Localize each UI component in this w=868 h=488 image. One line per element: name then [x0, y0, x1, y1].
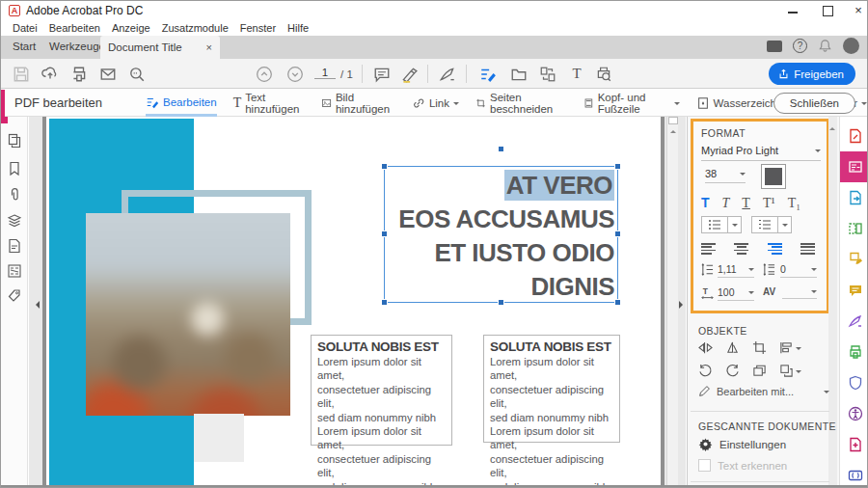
header-footer-button[interactable]: Kopf- und Fußzeile: [583, 90, 680, 117]
collapse-right-pane-icon[interactable]: [679, 301, 687, 309]
menu-fenster[interactable]: Fenster: [234, 22, 282, 34]
close-window-button[interactable]: ×: [850, 3, 867, 18]
print-icon[interactable]: [70, 66, 88, 83]
order-icon[interactable]: [7, 263, 22, 279]
resize-handle[interactable]: [614, 299, 621, 306]
fill-sign-tool-icon[interactable]: [840, 306, 868, 337]
align-center-button[interactable]: [734, 243, 748, 255]
add-text-button[interactable]: T Text hinzufügen: [233, 90, 305, 117]
recognize-text-option[interactable]: Text erkennen: [698, 459, 787, 472]
resize-handle[interactable]: [498, 299, 504, 306]
edit-pdf-icon[interactable]: [479, 66, 497, 83]
paragraph-spacing-select[interactable]: 0: [780, 263, 817, 278]
optimize-pdf-tool-icon[interactable]: [840, 429, 868, 460]
align-justify-button[interactable]: [800, 243, 815, 255]
sign-pen-icon[interactable]: [439, 66, 456, 83]
font-size-select[interactable]: 38: [705, 168, 746, 183]
edit-pdf-tool-icon[interactable]: [840, 151, 868, 182]
tab-werkzeuge[interactable]: Werkzeuge: [49, 41, 105, 52]
flip-vertical-icon[interactable]: [725, 340, 740, 355]
bold-button[interactable]: T: [701, 195, 710, 210]
search-icon[interactable]: [128, 66, 146, 83]
convert-pages-icon[interactable]: [539, 66, 556, 83]
share-file-button[interactable]: Freigeben: [769, 63, 855, 85]
add-text-tool-icon[interactable]: T: [568, 66, 585, 83]
highlighter-icon[interactable]: [400, 66, 418, 83]
export-pdf-tool-icon[interactable]: [840, 182, 868, 213]
javascript-tool-icon[interactable]: [840, 460, 868, 488]
subscript-button[interactable]: T₁: [788, 196, 800, 211]
page-number-input[interactable]: [314, 67, 336, 79]
menu-anzeige[interactable]: Anzeige: [106, 22, 156, 34]
bullet-list-button[interactable]: [701, 216, 742, 233]
italic-button[interactable]: T: [722, 196, 730, 211]
selected-text[interactable]: AT VERO: [504, 170, 614, 201]
align-right-button[interactable]: [768, 243, 782, 255]
add-image-button[interactable]: Bild hinzufügen: [321, 90, 395, 117]
scroll-up-icon[interactable]: [829, 124, 835, 130]
feedback-chat-icon[interactable]: [767, 41, 782, 52]
superscript-button[interactable]: T¹: [763, 196, 775, 211]
help-icon[interactable]: ?: [793, 39, 807, 53]
recognize-text-checkbox[interactable]: [698, 459, 711, 472]
page-thumbnails-icon[interactable]: [7, 133, 22, 149]
combine-files-tool-icon[interactable]: [840, 213, 868, 244]
comment-tool-icon[interactable]: [840, 275, 868, 306]
scroll-up-icon[interactable]: [670, 127, 676, 133]
crop-pages-button[interactable]: Seiten beschneiden: [475, 90, 567, 117]
resize-handle[interactable]: [614, 163, 621, 170]
create-pdf-tool-icon[interactable]: [840, 121, 868, 151]
resize-handle[interactable]: [381, 299, 388, 306]
layers-icon[interactable]: [7, 213, 22, 229]
share-upload-icon[interactable]: [41, 66, 59, 83]
menu-bearbeiten[interactable]: Bearbeiten: [43, 22, 106, 34]
notifications-bell-icon[interactable]: [818, 39, 832, 53]
content-icon[interactable]: [7, 238, 22, 254]
accessibility-tool-icon[interactable]: [840, 398, 868, 429]
bookmarks-icon[interactable]: [7, 161, 22, 176]
vertical-scrollbar[interactable]: [666, 117, 678, 487]
font-color-swatch[interactable]: [761, 164, 786, 189]
attachments-icon[interactable]: [7, 187, 22, 203]
horizontal-scale-select[interactable]: 100: [718, 286, 754, 301]
user-avatar[interactable]: [843, 38, 859, 54]
text-column-2[interactable]: SOLUTA NOBIS EST Lorem ipsum dolor sit a…: [483, 335, 620, 443]
collapse-left-pane-icon[interactable]: [32, 301, 40, 309]
align-left-button[interactable]: [701, 243, 716, 255]
selected-heading-textbox[interactable]: AT VERO EOS ACCUSAMUS ET IUSTO ODIO DIGN…: [384, 166, 618, 303]
email-icon[interactable]: [99, 66, 117, 83]
next-page-icon[interactable]: [286, 66, 304, 83]
resize-handle[interactable]: [381, 230, 388, 237]
print-preview-icon[interactable]: [595, 66, 612, 83]
scrollbar-thumb[interactable]: [668, 117, 678, 124]
flip-horizontal-icon[interactable]: [698, 340, 713, 355]
menu-datei[interactable]: Datei: [7, 22, 43, 34]
align-objects-button[interactable]: [779, 340, 801, 355]
kerning-select[interactable]: [782, 286, 817, 299]
arrange-objects-button[interactable]: [779, 364, 801, 378]
scan-settings-button[interactable]: Einstellungen: [698, 437, 786, 451]
edit-with-button[interactable]: Bearbeiten mit...: [698, 385, 829, 397]
rotate-ccw-icon[interactable]: [698, 364, 713, 378]
tab-document-title[interactable]: Document Title ×: [100, 36, 220, 59]
tags-icon[interactable]: [7, 288, 22, 304]
resize-handle[interactable]: [614, 230, 621, 237]
underline-button[interactable]: T: [742, 196, 750, 211]
close-tool-button[interactable]: Schließen: [773, 93, 855, 114]
organize-pages-tool-icon[interactable]: [840, 244, 868, 275]
previous-page-icon[interactable]: [256, 66, 273, 83]
tab-close-icon[interactable]: ×: [206, 41, 212, 53]
cityscape-photo[interactable]: [86, 213, 290, 416]
print-production-tool-icon[interactable]: [840, 337, 868, 367]
text-column-1[interactable]: SOLUTA NOBIS EST Lorem ipsum dolor sit a…: [311, 335, 452, 446]
minimize-button[interactable]: [784, 3, 801, 18]
menu-zusatzmodule[interactable]: Zusatzmodule: [156, 22, 234, 34]
maximize-button[interactable]: [819, 3, 836, 18]
tab-start[interactable]: Start: [13, 41, 36, 52]
comment-icon[interactable]: [373, 66, 391, 83]
font-family-select[interactable]: Myriad Pro Light: [701, 145, 821, 161]
link-button[interactable]: Link: [412, 90, 459, 117]
protect-tool-icon[interactable]: [840, 367, 868, 398]
save-icon[interactable]: [13, 66, 30, 83]
line-spacing-select[interactable]: 1,11: [718, 263, 754, 278]
